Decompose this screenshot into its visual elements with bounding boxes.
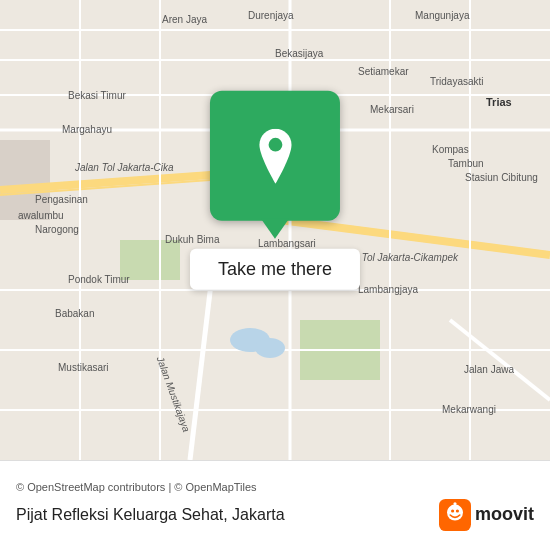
moovit-brand-icon	[439, 499, 471, 531]
map-label-bekasi-timur: Bekasi Timur	[68, 90, 126, 101]
map-label-tambun: Tambun	[448, 158, 484, 169]
map-label-tridayasakti: Tridayasakti	[430, 76, 484, 87]
take-me-there-button[interactable]: Take me there	[190, 249, 360, 290]
svg-rect-4	[0, 140, 50, 220]
map-label-aren-jaya: Aren Jaya	[162, 14, 207, 25]
moovit-logo[interactable]: moovit	[439, 499, 534, 531]
map-label-mekarsari: Mekarsari	[370, 104, 414, 115]
location-pin-card: Take me there	[190, 91, 360, 290]
svg-point-25	[268, 137, 282, 151]
map-label-trias: Trias	[486, 96, 512, 108]
map-label-setiamekar: Setiamekar	[358, 66, 409, 77]
map-label-mangunjaya: Mangunjaya	[415, 10, 469, 21]
place-info-row: Pijat Refleksi Keluarga Sehat, Jakarta m…	[16, 499, 534, 531]
map-label-durenjaya: Durenjaya	[248, 10, 294, 21]
map-label-mekarwangi: Mekarwangi	[442, 404, 496, 415]
bottom-info-bar: © OpenStreetMap contributors | © OpenMap…	[0, 460, 550, 550]
map-label-jalan-jawa: Jalan Jawa	[464, 364, 514, 375]
map-label-kompas: Kompas	[432, 144, 469, 155]
map-label-pondok-timur: Pondok Timur	[68, 274, 130, 285]
map-label-pengasinan: Pengasinan	[35, 194, 88, 205]
location-pin-icon	[248, 128, 303, 183]
svg-point-24	[255, 338, 285, 358]
pin-bubble	[210, 91, 340, 221]
map-view: Aren Jaya Durenjaya Mangunjaya Bekasijay…	[0, 0, 550, 460]
map-label-narogong: Narogong	[35, 224, 79, 235]
map-label-jalan-tol1: Jalan Tol Jakarta-Cika	[75, 162, 174, 173]
svg-point-28	[451, 509, 454, 512]
svg-point-29	[456, 509, 459, 512]
svg-point-30	[453, 502, 456, 505]
moovit-text-label: moovit	[475, 504, 534, 525]
map-attribution: © OpenStreetMap contributors | © OpenMap…	[16, 481, 534, 493]
map-label-mustikasari: Mustikasari	[58, 362, 109, 373]
map-label-lambangjaya: Lambangjaya	[358, 284, 418, 295]
place-name-label: Pijat Refleksi Keluarga Sehat, Jakarta	[16, 506, 285, 524]
map-label-bekasijaya: Bekasijaya	[275, 48, 323, 59]
map-label-stasiun: Stasiun Cibitung	[465, 172, 538, 183]
map-label-margahayu: Margahayu	[62, 124, 112, 135]
map-label-awalumbu: awalumbu	[18, 210, 64, 221]
map-label-babakan: Babakan	[55, 308, 94, 319]
